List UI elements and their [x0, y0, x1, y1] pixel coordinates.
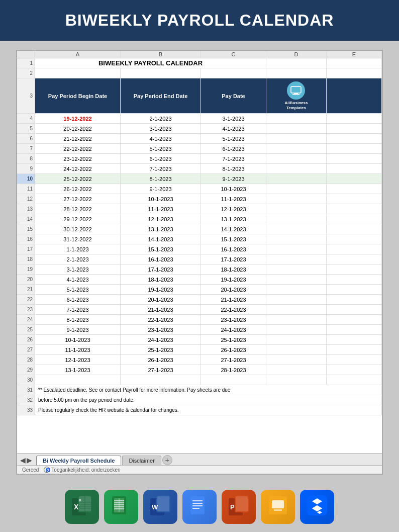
row1-col-d: [266, 58, 327, 68]
cell-11e: [327, 184, 382, 194]
row2-col-d: [266, 68, 327, 78]
cell-18e: [327, 254, 382, 264]
cell-11b: 9-1-2023: [121, 184, 201, 194]
cell-20a: 4-1-2023: [35, 275, 121, 284]
note-row-32: 32 before 5:00 pm on the pay period end …: [17, 395, 382, 405]
row2-col-a: [35, 68, 121, 78]
tab-next-icon[interactable]: ▶: [27, 456, 32, 464]
spreadsheet-body: 1 BIWEEKLY PAYROLL CALENDAR 2 3 Pay Peri…: [17, 58, 382, 453]
cell-27a: 11-1-2023: [35, 345, 121, 354]
rownum-21: 21: [17, 285, 35, 294]
ppt-icon[interactable]: P: [222, 490, 256, 524]
gslides-icon[interactable]: [261, 490, 295, 524]
data-row-28: 28 12-1-2023 26-1-2023 27-1-2023: [17, 355, 382, 365]
cell-26e: [327, 335, 382, 344]
cell-10d: [266, 174, 327, 184]
cell-17b: 15-1-2023: [121, 244, 201, 254]
cell-29b: 27-1-2023: [121, 365, 201, 375]
cell-18d: [266, 254, 327, 264]
spreadsheet-title: BIWEEKLY PAYROLL CALENDAR: [98, 59, 203, 67]
cell-24d: [266, 315, 327, 324]
cell-5d: [266, 124, 327, 133]
cell-17c: 16-1-2023: [201, 244, 266, 254]
spreadsheet-container: A B C D E 1 BIWEEKLY PAYROLL CALENDAR 2 …: [16, 50, 383, 475]
rownum-27: 27: [17, 345, 35, 354]
cell-4b: 2-1-2023: [121, 114, 201, 123]
svg-text:P: P: [230, 503, 235, 511]
svg-text:♿: ♿: [46, 468, 50, 472]
cell-30c: [201, 375, 266, 385]
cell-19d: [266, 264, 327, 274]
cell-28b: 26-1-2023: [121, 355, 201, 365]
svg-rect-28: [192, 500, 203, 501]
allbusiness-logo-icon: [287, 81, 305, 100]
cell-4a: 19-12-2022: [35, 114, 121, 123]
tab-bar: ◀ ▶ Bi Weekly Payroll Schedule Disclaime…: [17, 453, 382, 465]
word-icon[interactable]: W: [143, 490, 177, 524]
cell-18c: 17-1-2023: [201, 254, 266, 264]
cell-23d: [266, 305, 327, 314]
cell-6d: [266, 134, 327, 143]
cell-8e: [327, 154, 382, 163]
rownum-28: 28: [17, 355, 35, 365]
rownum-17: 17: [17, 244, 35, 254]
rownum-9: 9: [17, 164, 35, 173]
data-row-23: 23 7-1-2023 21-1-2023 22-1-2023: [17, 305, 382, 315]
cell-4d: [266, 114, 327, 123]
tab-prev-icon[interactable]: ◀: [20, 456, 26, 464]
cell-23a: 7-1-2023: [35, 305, 121, 314]
rownum-6: 6: [17, 134, 35, 143]
cell-27d: [266, 345, 327, 354]
cell-20b: 18-1-2023: [121, 275, 201, 284]
cell-28a: 12-1-2023: [35, 355, 121, 365]
gdocs-icon[interactable]: [182, 490, 217, 524]
cell-14d: [266, 214, 327, 224]
tab-biweekly-payroll[interactable]: Bi Weekly Payroll Schedule: [36, 456, 121, 465]
data-row-24: 24 8-1-2023 22-1-2023 23-1-2023: [17, 315, 382, 325]
cell-24c: 23-1-2023: [201, 315, 266, 324]
col-header-d: D: [266, 51, 327, 58]
rownum-25: 25: [17, 325, 35, 334]
cell-15c: 14-1-2023: [201, 224, 266, 234]
cell-8d: [266, 154, 327, 163]
data-row-29: 29 13-1-2023 27-1-2023 28-1-2023: [17, 365, 382, 375]
dropbox-icon[interactable]: [300, 490, 334, 524]
data-row-8: 8 23-12-2022 6-1-2023 7-1-2023: [17, 154, 382, 164]
main-title: BIWEEKLY PAYROLL CALENDAR: [15, 11, 384, 30]
cell-28d: [266, 355, 327, 365]
data-row-15: 15 30-12-2022 13-1-2023 14-1-2023: [17, 224, 382, 234]
gsheets-icon[interactable]: [104, 490, 138, 524]
rownum-13: 13: [17, 204, 35, 214]
cell-7a: 22-12-2022: [35, 144, 121, 153]
tab-nav-arrows: ◀ ▶: [20, 456, 32, 464]
note-row-31: 31 ** Escalated deadline. See or contact…: [17, 385, 382, 395]
cell-29d: [266, 365, 327, 375]
cell-22d: [266, 295, 327, 304]
accessibility-status: ♿ Toegankelijkheid: onderzoeken: [44, 467, 120, 473]
svg-rect-37: [272, 500, 284, 508]
cell-5a: 20-12-2022: [35, 124, 121, 133]
cell-16a: 31-12-2022: [35, 234, 121, 244]
cell-12a: 27-12-2022: [35, 194, 121, 204]
cell-20c: 19-1-2023: [201, 275, 266, 284]
cell-19e: [327, 264, 382, 274]
cell-14e: [327, 214, 382, 224]
cell-24b: 22-1-2023: [121, 315, 201, 324]
title-cell: BIWEEKLY PAYROLL CALENDAR: [35, 58, 266, 68]
svg-rect-29: [192, 503, 203, 504]
data-row-25: 25 9-1-2023 23-1-2023 24-1-2023: [17, 325, 382, 335]
row2-col-e: [327, 68, 382, 78]
excel-icon[interactable]: X X: [65, 490, 99, 524]
tab-add-button[interactable]: +: [162, 455, 172, 465]
rownum-18: 18: [17, 254, 35, 264]
rownum-1: 1: [17, 58, 35, 68]
cell-12d: [266, 194, 327, 204]
corner-cell: [17, 51, 35, 58]
row3-col-e: [327, 78, 382, 113]
cell-4e: [327, 114, 382, 123]
cell-19c: 18-1-2023: [201, 264, 266, 274]
tab-disclaimer[interactable]: Disclaimer: [122, 456, 161, 465]
cell-13c: 12-1-2023: [201, 204, 266, 214]
cell-19a: 3-1-2023: [35, 264, 121, 274]
cell-9d: [266, 164, 327, 173]
